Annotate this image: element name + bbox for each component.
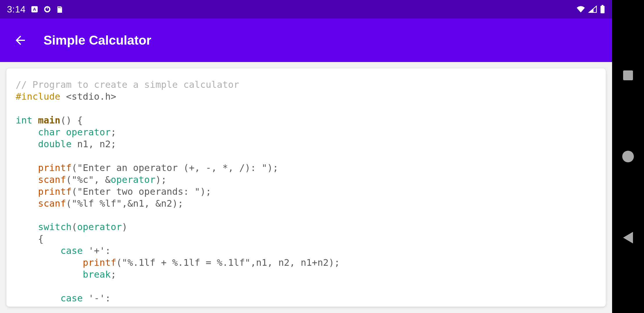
- circle-icon: [622, 151, 634, 162]
- page-title: Simple Calculator: [44, 33, 151, 48]
- code-card[interactable]: // Program to create a simple calculator…: [6, 68, 606, 307]
- wifi-icon: [576, 6, 585, 13]
- clock-icon: [44, 6, 51, 13]
- a-icon: A: [31, 6, 38, 13]
- nav-recent-button[interactable]: [622, 69, 634, 82]
- battery-icon: [600, 5, 605, 14]
- svg-rect-5: [58, 7, 59, 8]
- status-bar: 3:14 A: [0, 0, 612, 19]
- svg-rect-6: [59, 7, 60, 8]
- square-icon: [623, 70, 633, 80]
- svg-rect-7: [61, 8, 61, 8]
- code-block: // Program to create a simple calculator…: [16, 79, 596, 304]
- back-button[interactable]: [12, 32, 29, 49]
- nav-back-button[interactable]: [622, 231, 634, 244]
- signal-icon: [588, 6, 597, 13]
- svg-rect-9: [600, 6, 605, 13]
- sd-icon: [56, 5, 63, 13]
- triangle-icon: [623, 232, 633, 243]
- system-nav-bar: [612, 0, 644, 313]
- app-bar: Simple Calculator: [0, 19, 612, 62]
- svg-rect-4: [47, 8, 48, 10]
- svg-text:A: A: [33, 7, 36, 12]
- nav-home-button[interactable]: [622, 150, 634, 163]
- svg-rect-8: [602, 5, 603, 6]
- status-time: 3:14: [7, 4, 26, 15]
- arrow-back-icon: [13, 33, 27, 47]
